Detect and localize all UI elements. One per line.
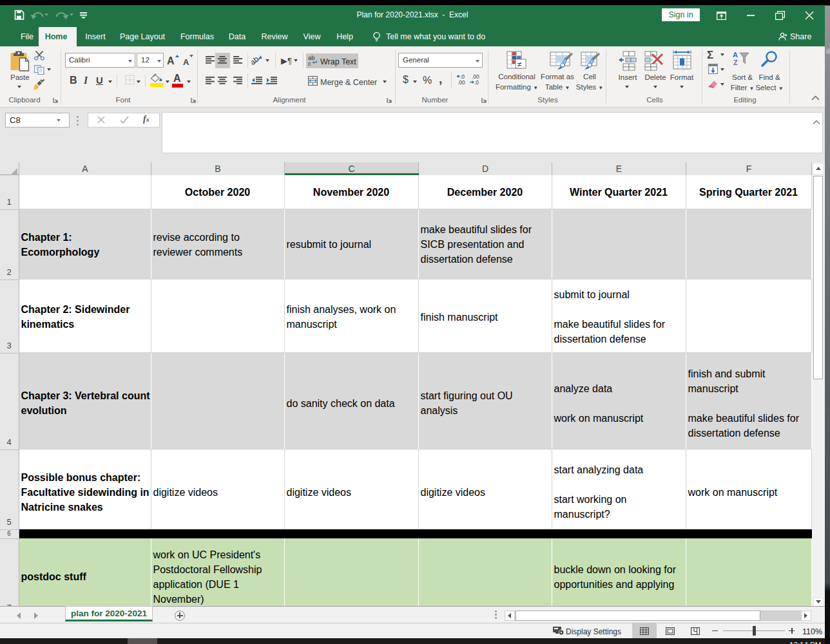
svg-text:≠: ≠ — [517, 60, 522, 69]
svg-text:ab: ab — [251, 54, 260, 66]
svg-text:c: c — [308, 60, 311, 66]
svg-text:.00: .00 — [458, 79, 465, 86]
svg-text:.0: .0 — [474, 79, 479, 86]
svg-text:A: A — [733, 51, 738, 59]
svg-text:Z: Z — [733, 59, 738, 66]
